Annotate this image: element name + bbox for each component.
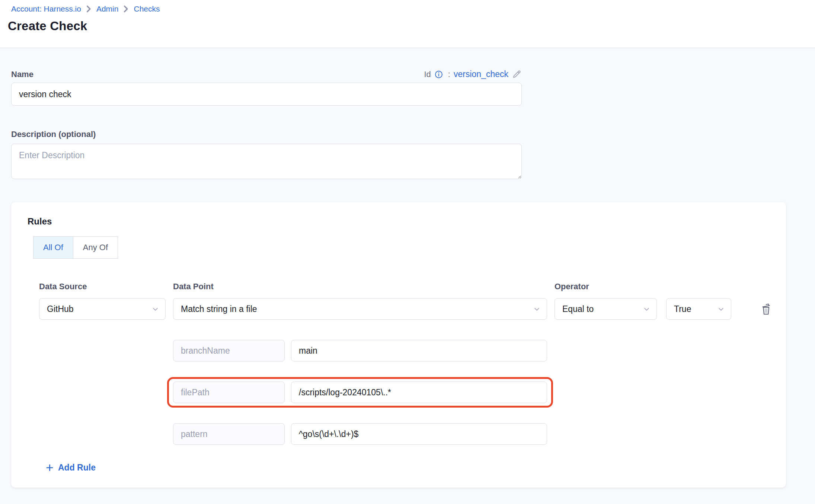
- param-key-pattern: pattern: [173, 423, 285, 445]
- chevron-down-icon: [533, 305, 541, 313]
- param-row-pattern: pattern: [173, 423, 547, 445]
- operator-label: Operator: [554, 282, 773, 291]
- id-label: Id: [424, 70, 431, 79]
- chevron-right-icon: [123, 6, 129, 12]
- rules-heading: Rules: [28, 216, 770, 227]
- param-value-pattern-input[interactable]: [291, 423, 547, 445]
- breadcrumb: Account: Harness.io Admin Checks: [11, 4, 804, 13]
- operator-select[interactable]: Equal to: [554, 298, 657, 320]
- data-point-value: Match string in a file: [181, 304, 257, 314]
- main-content: Name Id : version_check Description (opt…: [0, 69, 815, 488]
- rule-row: Data Source GitHub Data Point Match stri…: [39, 282, 770, 445]
- chevron-down-icon: [151, 305, 159, 313]
- plus-icon: [45, 463, 54, 472]
- name-label: Name: [11, 70, 33, 79]
- page-title: Create Check: [8, 19, 804, 33]
- description-label: Description (optional): [11, 130, 804, 139]
- data-point-select[interactable]: Match string in a file: [173, 298, 547, 320]
- trash-icon: [759, 302, 773, 317]
- chevron-down-icon: [643, 305, 651, 313]
- param-key-filepath: filePath: [173, 382, 285, 403]
- id-value-link[interactable]: version_check: [454, 69, 508, 79]
- data-source-label: Data Source: [39, 282, 166, 291]
- data-source-value: GitHub: [47, 304, 74, 314]
- breadcrumb-checks-link[interactable]: Checks: [134, 4, 160, 13]
- add-rule-label: Add Rule: [58, 463, 96, 473]
- page-header: Account: Harness.io Admin Checks Create …: [0, 0, 815, 48]
- rules-condition-toggle: All Of Any Of: [33, 236, 118, 259]
- breadcrumb-admin-link[interactable]: Admin: [96, 4, 119, 13]
- param-row-branchname: branchName: [173, 340, 547, 361]
- param-value-filepath-input[interactable]: [291, 382, 547, 403]
- description-textarea[interactable]: [11, 144, 522, 179]
- param-value-branchname-input[interactable]: [291, 340, 547, 361]
- id-separator: :: [448, 70, 450, 79]
- toggle-any-of-button[interactable]: Any Of: [73, 236, 118, 259]
- param-key-branchname: branchName: [173, 340, 285, 361]
- add-rule-button[interactable]: Add Rule: [45, 463, 96, 473]
- info-icon[interactable]: [434, 70, 443, 79]
- chevron-down-icon: [717, 305, 725, 313]
- chevron-right-icon: [86, 6, 92, 12]
- toggle-all-of-button[interactable]: All Of: [33, 236, 73, 259]
- data-source-select[interactable]: GitHub: [39, 298, 166, 320]
- delete-rule-button[interactable]: [759, 302, 773, 317]
- name-input[interactable]: [11, 83, 522, 106]
- data-point-label: Data Point: [173, 282, 547, 291]
- operand-value: True: [674, 304, 691, 314]
- rules-card: Rules All Of Any Of Data Source GitHub D…: [11, 202, 786, 488]
- param-row-filepath: filePath: [173, 382, 547, 403]
- id-display: Id : version_check: [424, 69, 522, 79]
- breadcrumb-account-link[interactable]: Account: Harness.io: [11, 4, 81, 13]
- edit-pencil-icon[interactable]: [512, 69, 522, 79]
- operand-select[interactable]: True: [666, 298, 731, 320]
- operator-value: Equal to: [562, 304, 594, 314]
